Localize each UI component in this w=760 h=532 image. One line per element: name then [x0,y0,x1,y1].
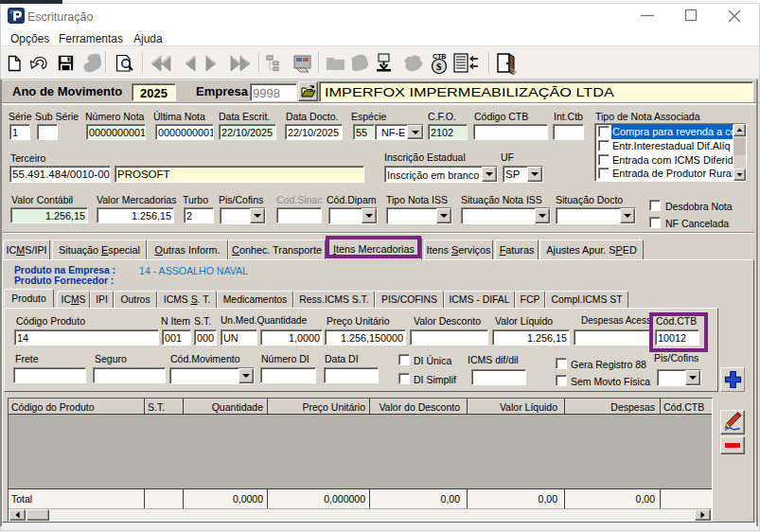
svg-text:$: $ [436,61,442,72]
